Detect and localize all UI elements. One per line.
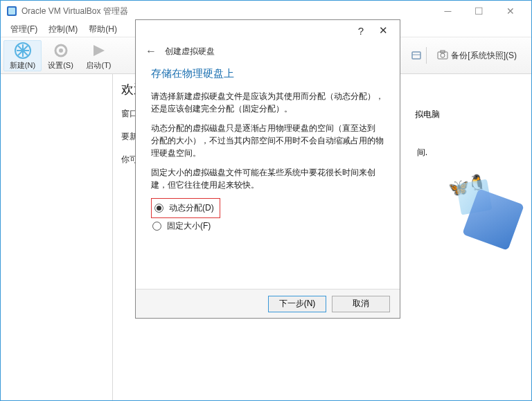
svg-point-8: [59, 48, 63, 53]
minimize-button[interactable]: ─: [432, 1, 463, 21]
new-icon: [4, 41, 41, 60]
svg-point-12: [441, 53, 445, 57]
decorative-logo: 🦋 🐧: [448, 178, 524, 254]
toolbar-start-label: 启动(T): [80, 60, 118, 71]
start-icon: [80, 41, 118, 60]
title-bar: Oracle VM VirtualBox 管理器 ─ ☐ ✕: [1, 1, 531, 21]
peek-text-2: 间.: [417, 147, 427, 159]
highlight-box: 动态分配(D): [151, 198, 220, 218]
toolbar-new-label: 新建(N): [4, 60, 41, 71]
window-title: Oracle VM VirtualBox 管理器: [21, 6, 128, 17]
toolbar-start[interactable]: 启动(T): [80, 41, 118, 71]
next-button[interactable]: 下一步(N): [268, 296, 326, 312]
radio-fixed[interactable]: 固定大小(F): [151, 218, 384, 234]
allocation-radio-group: 动态分配(D) 固定大小(F): [151, 198, 384, 234]
app-icon: [6, 6, 17, 17]
menu-manage[interactable]: 管理(F): [5, 22, 43, 37]
snapshot-label: 备份[系统快照](S): [451, 50, 517, 62]
cancel-button-label: 取消: [353, 298, 369, 310]
next-button-label: 下一步(N): [279, 298, 316, 310]
fixed-paragraph: 固定大小的虚拟磁盘文件可能在某些系统中要花很长时间来创建，但它往往使用起来较快。: [151, 166, 384, 191]
gear-icon: [42, 41, 80, 60]
menu-control[interactable]: 控制(M): [43, 22, 83, 37]
radio-dynamic-label: 动态分配(D): [169, 202, 214, 214]
radio-dot-icon: [154, 204, 163, 213]
peek-text-1: 拟电脑: [415, 109, 440, 121]
back-icon[interactable]: ←: [145, 45, 157, 57]
dynamic-paragraph: 动态分配的虚拟磁盘只是逐渐占用物理硬盘的空间（直至达到 分配的大小），不过当其内…: [151, 122, 384, 159]
dialog-footer: 下一步(N) 取消: [136, 289, 400, 318]
radio-empty-icon: [152, 222, 161, 231]
toolbar-right: 备份[系统快照](S): [410, 47, 529, 64]
toolbar-settings[interactable]: 设置(S): [42, 41, 80, 71]
dialog-body: 存储在物理硬盘上 请选择新建虚拟硬盘文件是应该为其使用而分配（动态分配），还是应…: [136, 60, 400, 289]
cancel-button[interactable]: 取消: [332, 296, 390, 312]
details-button[interactable]: [410, 47, 427, 64]
dialog-caption: 创建虚拟硬盘: [165, 46, 215, 57]
intro-paragraph: 请选择新建虚拟硬盘文件是应该为其使用而分配（动态分配），还是应该创建完全分配（固…: [151, 90, 384, 115]
toolbar-new[interactable]: 新建(N): [3, 40, 42, 71]
create-disk-dialog: ? ✕ ← 创建虚拟硬盘 存储在物理硬盘上 请选择新建虚拟硬盘文件是应该为其使用…: [135, 19, 400, 319]
toolbar-settings-label: 设置(S): [42, 60, 80, 71]
step-title: 存储在物理硬盘上: [151, 67, 384, 80]
dialog-help-button[interactable]: ?: [350, 25, 372, 37]
maximize-button[interactable]: ☐: [463, 1, 495, 21]
camera-icon: [437, 50, 448, 62]
close-button[interactable]: ✕: [495, 1, 526, 21]
dialog-header: ← 创建虚拟硬盘: [136, 41, 400, 60]
radio-dynamic[interactable]: 动态分配(D): [153, 200, 215, 216]
svg-rect-9: [412, 52, 420, 59]
svg-rect-1: [8, 8, 15, 15]
snapshot-button[interactable]: 备份[系统快照](S): [431, 47, 523, 64]
dialog-close-button[interactable]: ✕: [372, 24, 394, 37]
vm-list-sidebar[interactable]: [1, 74, 113, 400]
radio-fixed-label: 固定大小(F): [167, 220, 211, 232]
menu-help[interactable]: 帮助(H): [83, 22, 123, 37]
dialog-titlebar: ? ✕: [136, 20, 400, 41]
window-controls: ─ ☐ ✕: [432, 1, 526, 21]
